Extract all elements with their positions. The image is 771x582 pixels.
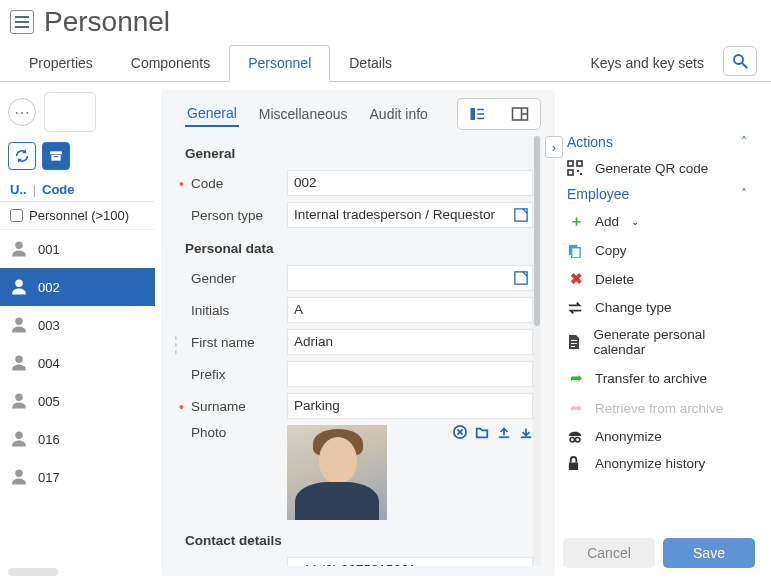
person-icon [10, 240, 28, 258]
column-un[interactable]: U.. [10, 182, 27, 197]
list-item[interactable]: 005 [0, 382, 155, 420]
h-scrollbar[interactable] [8, 568, 58, 576]
label-firstname: First name [185, 335, 281, 350]
svg-rect-4 [54, 156, 58, 157]
photo-open-icon[interactable] [475, 425, 489, 439]
photo-download-icon[interactable] [519, 425, 533, 439]
svg-rect-5 [471, 108, 476, 120]
list-item[interactable]: 017 [0, 458, 155, 496]
label-gender: Gender [185, 271, 281, 286]
drag-handle[interactable] [175, 336, 177, 354]
column-code[interactable]: Code [42, 182, 75, 197]
svg-rect-28 [571, 346, 575, 347]
tab-components[interactable]: Components [112, 45, 229, 80]
document-icon [567, 334, 584, 350]
form-scrollbar[interactable] [533, 136, 541, 566]
input-gender[interactable] [287, 265, 533, 291]
lookup-icon[interactable] [514, 208, 528, 222]
incognito-icon [567, 430, 585, 444]
photo-upload-icon[interactable] [497, 425, 511, 439]
main-tabbar: Properties Components Personnel Details … [0, 44, 771, 82]
list-item[interactable]: 003 [0, 306, 155, 344]
chevron-down-icon: ⌄ [631, 216, 639, 227]
svg-rect-3 [51, 155, 60, 161]
subtab-misc[interactable]: Miscellaneous [257, 102, 350, 126]
person-icon [10, 354, 28, 372]
copy-icon [567, 243, 585, 258]
svg-rect-23 [580, 173, 582, 175]
tab-properties[interactable]: Properties [10, 45, 112, 80]
refresh-button[interactable] [8, 142, 36, 170]
page-title: Personnel [44, 6, 170, 38]
action-qr[interactable]: Generate QR code [561, 154, 753, 182]
filter-label: Personnel (>100) [29, 208, 129, 223]
chevron-up-icon: ˄ [741, 187, 747, 201]
view-split-button[interactable] [502, 101, 538, 127]
tab-personnel[interactable]: Personnel [229, 45, 330, 82]
person-icon [10, 392, 28, 410]
archive-button[interactable] [42, 142, 70, 170]
group-actions[interactable]: Actions˄ [561, 130, 753, 154]
svg-rect-19 [568, 161, 573, 166]
label-photo: Photo [185, 425, 281, 440]
input-phone[interactable]: +44 (0) 2075015001 [287, 557, 533, 566]
section-general: General [175, 136, 533, 167]
tab-details[interactable]: Details [330, 45, 411, 80]
svg-point-30 [575, 437, 579, 441]
action-anonymize[interactable]: Anonymize [561, 423, 753, 450]
svg-rect-25 [572, 248, 580, 258]
view-list-button[interactable] [460, 101, 496, 127]
lock-icon [567, 456, 585, 471]
input-person-type[interactable]: Internal tradesperson / Requestor [287, 202, 533, 228]
list-item[interactable]: 016 [0, 420, 155, 458]
action-anonymize-history[interactable]: Anonymize history [561, 450, 753, 477]
hamburger-menu[interactable] [10, 10, 34, 34]
subtab-audit[interactable]: Audit info [368, 102, 430, 126]
input-surname[interactable]: Parking [287, 393, 533, 419]
save-button[interactable]: Save [663, 538, 755, 568]
more-button[interactable]: ⋯ [8, 98, 36, 126]
action-add[interactable]: ＋Add⌄ [561, 206, 753, 237]
subtab-general[interactable]: General [185, 101, 239, 127]
qr-icon [567, 160, 585, 176]
section-contact: Contact details [175, 523, 533, 554]
search-button[interactable] [723, 46, 757, 76]
person-icon [10, 316, 28, 334]
person-icon [10, 468, 28, 486]
list-item[interactable]: 001 [0, 230, 155, 268]
archive-in-icon: ➦ [567, 369, 585, 387]
svg-rect-26 [571, 340, 577, 341]
photo-remove-icon[interactable] [453, 425, 467, 439]
archive-out-icon: ➦ [567, 399, 585, 417]
action-retrieve: ➦Retrieve from archive [561, 393, 753, 423]
list-item[interactable]: 002 [0, 268, 155, 306]
delete-icon: ✖ [567, 270, 585, 288]
action-archive[interactable]: ➦Transfer to archive [561, 363, 753, 393]
label-code: Code [185, 176, 281, 191]
plus-icon: ＋ [567, 212, 585, 231]
cancel-button[interactable]: Cancel [563, 538, 655, 568]
action-delete[interactable]: ✖Delete [561, 264, 753, 294]
group-employee[interactable]: Employee˄ [561, 182, 753, 206]
svg-point-29 [570, 437, 574, 441]
list-item[interactable]: 004 [0, 344, 155, 382]
svg-rect-31 [569, 463, 578, 470]
svg-rect-2 [50, 151, 62, 154]
input-code[interactable]: 002 [287, 170, 533, 196]
action-calendar[interactable]: Generate personal calendar [561, 321, 753, 363]
svg-line-1 [742, 63, 747, 68]
person-icon [10, 430, 28, 448]
input-prefix[interactable] [287, 361, 533, 387]
lookup-icon[interactable] [514, 271, 528, 285]
label-initials: Initials [185, 303, 281, 318]
tab-keys[interactable]: Keys and key sets [571, 45, 723, 80]
svg-rect-27 [571, 343, 577, 344]
input-initials[interactable]: A [287, 297, 533, 323]
svg-rect-22 [577, 170, 579, 172]
input-firstname[interactable]: Adrian [287, 329, 533, 355]
action-change-type[interactable]: Change type [561, 294, 753, 321]
filter-checkbox[interactable] [10, 209, 23, 222]
svg-rect-20 [577, 161, 582, 166]
action-copy[interactable]: Copy [561, 237, 753, 264]
photo-preview [287, 425, 387, 520]
